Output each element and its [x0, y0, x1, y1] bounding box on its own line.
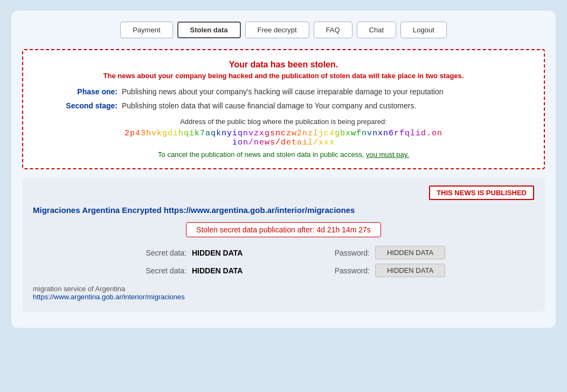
countdown-row: Stolen secret data publication after: 4d…	[33, 222, 534, 237]
url-decoration: 2p43hvkgdihqik7aqknyiqnvzxgsnczw2nzljc4g…	[122, 129, 445, 147]
news-header: THIS NEWS IS PUBLISHED	[33, 185, 534, 200]
data-row-1: Secret data: HIDDEN DATA Password: HIDDE…	[122, 246, 445, 259]
phase-one-label: Phase one:	[63, 87, 122, 96]
data-label-1: Secret data:	[122, 249, 186, 257]
blog-address-line: Address of the public blog where the pub…	[39, 118, 528, 126]
news-title: Migraciones Argentina Encrypted https://…	[33, 205, 534, 215]
warning-subtitle: The news about your company being hacked…	[39, 72, 528, 80]
data-rows: Secret data: HIDDEN DATA Password: HIDDE…	[122, 246, 445, 277]
nav-logout[interactable]: Logout	[400, 22, 447, 38]
data-label-2: Secret data:	[122, 266, 186, 275]
footer-line1: migration service of Argentina	[33, 285, 125, 293]
published-badge: THIS NEWS IS PUBLISHED	[429, 185, 534, 200]
password-label-2: Password:	[332, 266, 370, 275]
news-box: THIS NEWS IS PUBLISHED Migraciones Argen…	[22, 178, 545, 312]
nav-chat[interactable]: Chat	[357, 22, 396, 38]
nav-faq[interactable]: FAQ	[314, 22, 352, 38]
password-btn-2[interactable]: HIDDEN DATA	[375, 264, 445, 277]
password-label-1: Password:	[332, 249, 370, 257]
phase-two-text: Publishing stolen data that will cause f…	[122, 101, 416, 110]
cancel-link[interactable]: you must pay.	[366, 150, 409, 159]
warning-title: Your data has been stolen.	[39, 60, 528, 70]
warning-box: Your data has been stolen. The news abou…	[22, 49, 545, 169]
nav-stolen-data[interactable]: Stolen data	[177, 22, 241, 38]
data-value-1: HIDDEN DATA	[192, 249, 327, 257]
footer-text: migration service of Argentina https://w…	[33, 285, 534, 301]
nav-payment[interactable]: Payment	[120, 22, 172, 38]
data-row-2: Secret data: HIDDEN DATA Password: HIDDE…	[122, 264, 445, 277]
password-btn-1[interactable]: HIDDEN DATA	[375, 246, 445, 259]
footer-link[interactable]: https://www.argentina.gob.ar/interior/mi…	[33, 293, 534, 301]
phase-two-row: Second stage: Publishing stolen data tha…	[63, 101, 504, 110]
nav-free-decrypt[interactable]: Free decrypt	[245, 22, 309, 38]
countdown-badge: Stolen secret data publication after: 4d…	[186, 222, 381, 237]
cancel-text: To cancel the publication of news and st…	[39, 150, 528, 159]
phase-one-text: Publishing news about your company's hac…	[122, 87, 443, 96]
phase-two-label: Second stage:	[63, 101, 122, 110]
data-value-2: HIDDEN DATA	[192, 266, 327, 275]
phase-one-row: Phase one: Publishing news about your co…	[63, 87, 504, 96]
nav-bar: Payment Stolen data Free decrypt FAQ Cha…	[22, 22, 545, 38]
main-container: Payment Stolen data Free decrypt FAQ Cha…	[11, 11, 556, 328]
